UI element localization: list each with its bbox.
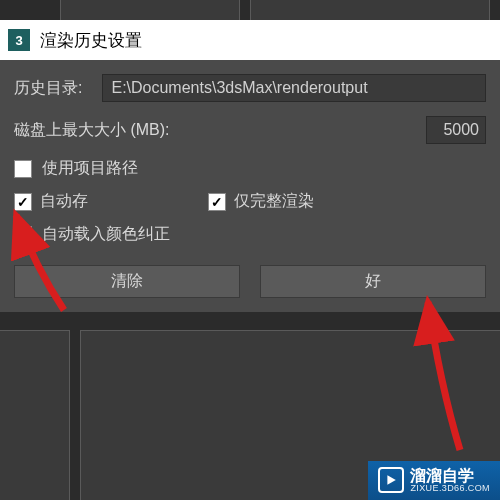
history-dir-label: 历史目录: [14, 78, 82, 99]
history-dir-row: 历史目录: [0, 74, 500, 102]
auto-load-cc-label: 自动载入颜色纠正 [42, 224, 170, 245]
window-title: 渲染历史设置 [40, 29, 142, 52]
disk-size-input[interactable] [426, 116, 486, 144]
auto-load-cc-row: 自动载入颜色纠正 [0, 224, 500, 245]
play-icon [378, 467, 404, 493]
button-row: 清除 好 [0, 257, 500, 312]
auto-save-row: ✓ 自动存 ✓ 仅完整渲染 [0, 191, 500, 212]
title-bar: 3 渲染历史设置 [0, 20, 500, 60]
auto-load-cc-checkbox[interactable] [14, 226, 32, 244]
use-project-path-checkbox[interactable] [14, 160, 32, 178]
watermark: 溜溜自学 ZIXUE.3D66.COM [368, 461, 500, 500]
disk-size-label: 磁盘上最大大小 (MB): [14, 120, 170, 141]
only-full-render-checkbox[interactable]: ✓ [208, 193, 226, 211]
history-dir-input[interactable] [102, 74, 486, 102]
ok-button[interactable]: 好 [260, 265, 486, 298]
use-project-path-row: 使用项目路径 [0, 158, 500, 179]
auto-save-label: 自动存 [40, 191, 88, 212]
dialog-body: 历史目录: 磁盘上最大大小 (MB): 使用项目路径 ✓ 自动存 ✓ 仅完整渲染… [0, 60, 500, 312]
watermark-sub: ZIXUE.3D66.COM [410, 484, 490, 494]
auto-save-checkbox[interactable]: ✓ [14, 193, 32, 211]
use-project-path-label: 使用项目路径 [42, 158, 138, 179]
disk-size-row: 磁盘上最大大小 (MB): [0, 116, 500, 144]
clear-button[interactable]: 清除 [14, 265, 240, 298]
app-icon: 3 [8, 29, 30, 51]
watermark-main: 溜溜自学 [410, 467, 490, 485]
only-full-render-label: 仅完整渲染 [234, 191, 314, 212]
